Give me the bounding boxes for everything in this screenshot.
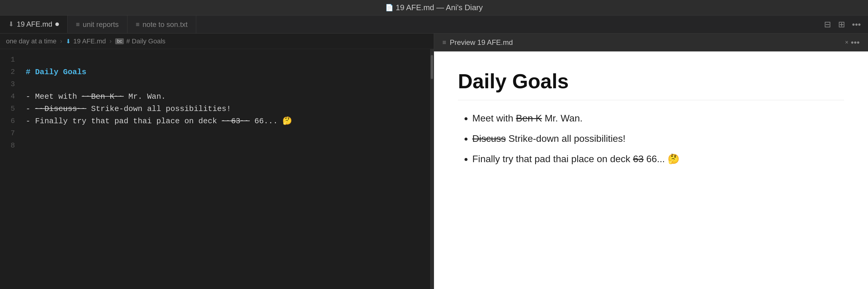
tab-unit-reports[interactable]: ≡ unit reports (68, 16, 127, 33)
preview-content: Daily Goals Meet with Ben K Mr. Wan. Dis… (434, 52, 868, 289)
breadcrumb-folder[interactable]: one day at a time (6, 37, 57, 45)
preview-pane: ≡ Preview 19 AFE.md × ••• Daily Goals Me… (434, 33, 868, 289)
preview-header-icon: ≡ (442, 38, 446, 47)
tab-list-icon: ≡ (76, 21, 80, 28)
code-line-3 (26, 78, 430, 91)
line-num-7: 7 (0, 127, 19, 140)
preview-list-item-1: Meet with Ben K Mr. Wan. (472, 111, 844, 125)
tabs-row: ⬇ 19 AFE.md ≡ unit reports ≡ note to son… (0, 16, 868, 33)
line-numbers: 1 2 3 4 5 6 7 8 (0, 49, 21, 289)
tab-file-icon: ⬇ (8, 20, 14, 28)
code-editor[interactable]: 1 2 3 4 5 6 7 8 # Daily Goals (0, 49, 434, 289)
tab-label: unit reports (83, 20, 119, 29)
preview-item1-after: Mr. Wan. (542, 113, 583, 123)
line-num-1: 1 (0, 54, 19, 66)
preview-title: Preview 19 AFE.md (450, 38, 841, 47)
preview-item2-strike: Discuss (472, 133, 506, 144)
code-heading-text: Daily Goals (35, 66, 87, 79)
more-actions-icon[interactable]: ••• (852, 20, 861, 29)
breadcrumb-folder-label: one day at a time (6, 37, 57, 45)
tab-note-to-son[interactable]: ≡ note to son.txt (127, 16, 196, 33)
preview-item1-strike: Ben K (516, 113, 542, 123)
preview-list-item-2: Discuss Strike-down all possibilities! (472, 131, 844, 146)
code-lines: # Daily Goals - Meet with ~~Ben K~~ Mr. … (21, 49, 430, 289)
code-line-1 (26, 54, 430, 66)
line-num-3: 3 (0, 78, 19, 91)
line-num-6: 6 (0, 115, 19, 127)
line-num-8: 8 (0, 140, 19, 152)
breadcrumb-sep-1: › (60, 37, 62, 45)
preview-list-item-3: Finally try that pad thai place on deck … (472, 152, 844, 166)
code-hash: # (26, 66, 35, 79)
breadcrumb-file-label: 19 AFE.md (73, 37, 106, 45)
split-view-icon[interactable]: ⊟ (824, 20, 831, 29)
code-line-5: - ~~Discuss~~ Strike-down all possibilit… (26, 103, 430, 115)
code-text-4b: Mr. Wan. (124, 91, 166, 103)
code-text-6b: 66... 🤔 (250, 115, 292, 128)
preview-header-right: × ••• (845, 38, 860, 47)
preview-list: Meet with Ben K Mr. Wan. Discuss Strike-… (458, 111, 844, 166)
breadcrumb-symbol[interactable]: bc # Daily Goals (115, 37, 165, 45)
editor-scrollbar[interactable] (430, 49, 434, 289)
preview-more-icon[interactable]: ••• (851, 38, 860, 47)
preview-item1-before: Meet with (472, 113, 516, 123)
code-strike-63: ~~63~~ (222, 115, 250, 128)
preview-item3-strike: 63 (633, 153, 644, 164)
code-strike-benk: ~~Ben K~~ (82, 91, 124, 103)
side-panel-icon[interactable]: ⊞ (838, 20, 845, 29)
code-strike-discuss: ~~Discuss~~ (35, 103, 87, 115)
window-title-group: 📄 19 AFE.md — Ani's Diary (385, 3, 483, 12)
window-title: 19 AFE.md — Ani's Diary (396, 3, 483, 12)
tab-list-icon-2: ≡ (136, 21, 140, 28)
code-text-5b: Strike-down all possibilities! (87, 103, 231, 115)
code-line-4: - Meet with ~~Ben K~~ Mr. Wan. (26, 91, 430, 103)
breadcrumb-symbol-label: # Daily Goals (126, 37, 165, 45)
tab-main-file[interactable]: ⬇ 19 AFE.md (0, 16, 68, 33)
editor-scrollbar-thumb[interactable] (431, 55, 433, 79)
editor-pane: one day at a time › ⬇ 19 AFE.md › bc # D… (0, 33, 434, 289)
tab-modified-dot (55, 23, 59, 26)
code-line-2: # Daily Goals (26, 66, 430, 78)
main-content: one day at a time › ⬇ 19 AFE.md › bc # D… (0, 33, 868, 289)
title-file-icon: 📄 (385, 4, 393, 12)
code-list-dash-6: - Finally try that pad thai place on dec… (26, 115, 222, 128)
breadcrumb-badge: bc (115, 38, 124, 44)
preview-header: ≡ Preview 19 AFE.md × ••• (434, 33, 868, 52)
breadcrumb: one day at a time › ⬇ 19 AFE.md › bc # D… (0, 33, 434, 49)
code-line-8 (26, 140, 430, 152)
tabs-toolbar: ⊟ ⊞ ••• (817, 16, 868, 33)
code-line-6: - Finally try that pad thai place on dec… (26, 115, 430, 127)
code-list-dash-4: - Meet with (26, 91, 82, 103)
tab-label: note to son.txt (143, 20, 188, 29)
preview-heading: Daily Goals (458, 69, 844, 100)
preview-item3-before: Finally try that pad thai place on deck (472, 153, 633, 164)
tab-label: 19 AFE.md (17, 20, 52, 28)
preview-item3-emoji: 🤔 (668, 153, 680, 164)
code-list-dash-5: - (26, 103, 35, 115)
preview-item3-after: 66... (644, 153, 665, 164)
code-line-7 (26, 127, 430, 140)
line-num-5: 5 (0, 103, 19, 115)
preview-item2-after: Strike-down all possibilities! (506, 133, 625, 144)
title-bar: 📄 19 AFE.md — Ani's Diary (0, 0, 868, 16)
breadcrumb-sep-2: › (110, 37, 112, 45)
blue-arrow-icon: ⬇ (66, 38, 71, 45)
line-num-2: 2 (0, 66, 19, 78)
line-num-4: 4 (0, 91, 19, 103)
breadcrumb-file[interactable]: ⬇ 19 AFE.md (66, 37, 106, 45)
preview-close-icon[interactable]: × (845, 39, 848, 46)
